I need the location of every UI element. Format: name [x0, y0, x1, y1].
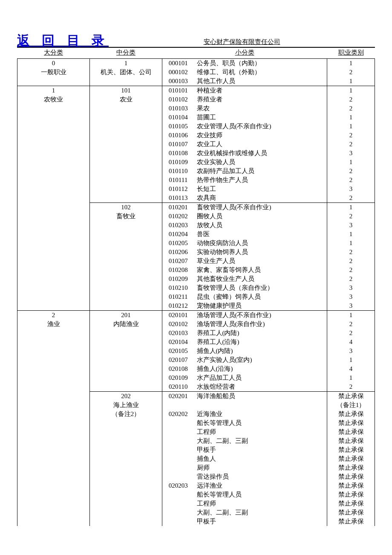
- sub-name: 厨师: [194, 463, 327, 472]
- classification-table-wrap: 大分类 中分类 小分类 职业类别 0一般职业1机关、团体、公司000101公务员…: [17, 48, 375, 526]
- sub-name: 渔场管理人员(不亲自作业): [194, 311, 327, 320]
- sub-code: 020105: [162, 347, 194, 356]
- sub-code: [162, 401, 194, 410]
- sub-code: 020104: [162, 338, 194, 347]
- occupation-category: 1: [327, 203, 375, 212]
- sub-code: 020101: [162, 311, 194, 320]
- occupation-category: 1: [327, 59, 375, 68]
- sub-code: 020201: [162, 392, 194, 401]
- sub-code: 020202: [162, 410, 194, 419]
- sub-code: [162, 436, 194, 445]
- sub-name: 家禽、家畜等饲养人员: [194, 266, 327, 275]
- sub-name: 圈牧人员: [194, 212, 327, 221]
- sub-code: 010205: [162, 239, 194, 248]
- sub-code: 010208: [162, 266, 194, 275]
- occupation-category: 禁止承保: [327, 499, 375, 508]
- sub-code: 010210: [162, 283, 194, 292]
- sub-code: [162, 472, 194, 481]
- sub-name: 大副、二副、三副: [194, 436, 327, 445]
- sub-code: 010204: [162, 230, 194, 239]
- table-header-row: 大分类 中分类 小分类 职业类别: [17, 48, 375, 59]
- sub-name: [194, 401, 327, 410]
- sub-name: 农具商: [194, 194, 327, 203]
- sub-name: 其他畜牧业生产人员: [194, 275, 327, 283]
- sub-code: 010106: [162, 131, 194, 140]
- occupation-category: 2: [327, 275, 375, 283]
- occupation-category: 2: [327, 382, 375, 392]
- sub-name: 实验动物饲养人员: [194, 248, 327, 257]
- sub-name: 热带作物生产人员: [194, 176, 327, 185]
- occupation-category: 禁止承保: [327, 419, 375, 428]
- sub-code: [162, 490, 194, 499]
- occupation-category: 1: [327, 86, 375, 95]
- sub-code: 010201: [162, 203, 194, 212]
- sub-name: 养殖工人(沿海): [194, 338, 327, 347]
- sub-name: 宠物健康护理员: [194, 301, 327, 311]
- occupation-category: 1: [327, 311, 375, 320]
- occupation-category: 1: [327, 122, 375, 131]
- occupation-category: 禁止承保: [327, 490, 375, 499]
- sub-code: 020110: [162, 382, 194, 392]
- sub-code: 010207: [162, 257, 194, 266]
- middle-category-cell: 101农业: [90, 86, 162, 203]
- table-row: 2渔业201内陆渔业020101渔场管理人员(不亲自作业)1: [17, 311, 375, 320]
- col-middle: 中分类: [90, 48, 162, 59]
- occupation-category: 3: [327, 283, 375, 292]
- sub-name: 畜牧管理人员（亲自作业）: [194, 283, 327, 292]
- sub-name: 海洋渔船船员: [194, 392, 327, 401]
- occupation-category: 2: [327, 95, 375, 104]
- sub-code: 000102: [162, 68, 194, 77]
- sub-name: 甲板手: [194, 445, 327, 454]
- sub-code: 020108: [162, 364, 194, 373]
- occupation-category: 2: [327, 167, 375, 176]
- sub-name: 农业实验人员: [194, 158, 327, 167]
- major-category-cell: 2渔业: [17, 311, 90, 526]
- occupation-category: 3: [327, 149, 375, 158]
- sub-code: 010109: [162, 158, 194, 167]
- occupation-category: 禁止承保: [327, 454, 375, 463]
- occupation-category: 3: [327, 301, 375, 311]
- occupation-category: 禁止承保: [327, 392, 375, 401]
- sub-name: 捕鱼人(沿海): [194, 364, 327, 373]
- sub-code: [162, 454, 194, 463]
- back-link[interactable]: 返 回 目 录: [17, 34, 109, 47]
- sub-name: 养殖工人(内陆): [194, 329, 327, 338]
- sub-code: [162, 419, 194, 428]
- middle-category-cell: 102畜牧业: [90, 203, 162, 311]
- sub-name: 放牧人员: [194, 221, 327, 230]
- sub-name: 农业机械操作或维修人员: [194, 149, 327, 158]
- occupation-category: 2: [327, 104, 375, 113]
- sub-name: 渔场管理人员(亲自作业): [194, 320, 327, 329]
- major-category-cell: 0一般职业: [17, 59, 90, 86]
- sub-name: 维修工、司机（外勤）: [194, 68, 327, 77]
- sub-code: 010102: [162, 95, 194, 104]
- sub-code: 010103: [162, 104, 194, 113]
- occupation-category: 1: [327, 230, 375, 239]
- occupation-category: 2: [327, 266, 375, 275]
- sub-name: 苗圃工: [194, 113, 327, 122]
- sub-code: 020109: [162, 373, 194, 382]
- sub-name: 雷达操作员: [194, 472, 327, 481]
- sub-code: [162, 445, 194, 454]
- sub-code: 010112: [162, 185, 194, 194]
- sub-code: 010113: [162, 194, 194, 203]
- middle-category-cell: 202海上渔业（备注2）: [90, 392, 162, 526]
- sub-code: 010111: [162, 176, 194, 185]
- occupation-category: 2: [327, 212, 375, 221]
- occupation-category: 3: [327, 347, 375, 356]
- sub-name: 水产实验人员(室内): [194, 356, 327, 364]
- col-cat: 职业类别: [327, 48, 375, 59]
- occupation-category: 2: [327, 176, 375, 185]
- occupation-category: 禁止承保: [327, 428, 375, 436]
- sub-name: 水产品加工人员: [194, 373, 327, 382]
- occupation-category: 3: [327, 221, 375, 230]
- table-row: 1农牧业101农业010101种植业者1: [17, 86, 375, 95]
- col-major: 大分类: [17, 48, 90, 59]
- occupation-category: 2: [327, 248, 375, 257]
- sub-name: 果农: [194, 104, 327, 113]
- occupation-category: 2: [327, 131, 375, 140]
- sub-name: 农业工人: [194, 140, 327, 149]
- occupation-category: 禁止承保: [327, 472, 375, 481]
- sub-code: 010110: [162, 167, 194, 176]
- sub-name: 其他工作人员: [194, 77, 327, 86]
